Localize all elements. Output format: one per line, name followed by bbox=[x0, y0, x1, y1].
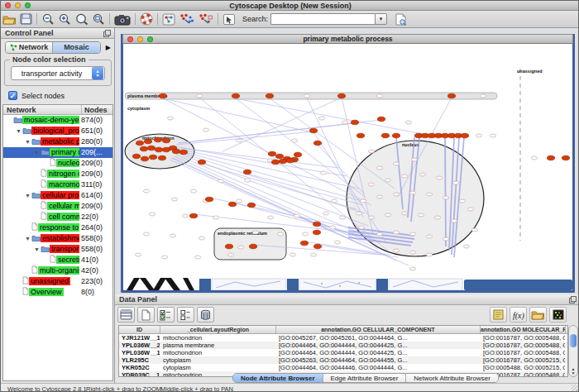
gene-node[interactable] bbox=[368, 216, 374, 219]
highlighted-gene-node[interactable] bbox=[279, 159, 286, 164]
table-scrollbar[interactable]: ▲▼ bbox=[568, 325, 578, 377]
gene-node[interactable] bbox=[409, 267, 415, 270]
expand-arrow-icon[interactable]: ▼ bbox=[24, 136, 31, 147]
highlighted-gene-node[interactable] bbox=[155, 147, 162, 152]
gene-node[interactable] bbox=[393, 193, 399, 196]
gene-node[interactable] bbox=[368, 183, 374, 186]
gene-node[interactable] bbox=[463, 245, 469, 248]
gene-node[interactable] bbox=[411, 158, 417, 161]
gene-node[interactable] bbox=[236, 199, 242, 203]
float-panel-icon[interactable] bbox=[103, 30, 111, 37]
highlighted-gene-node[interactable] bbox=[562, 155, 569, 160]
network-tree-item[interactable]: multi-organism pro42(0) bbox=[3, 265, 112, 276]
column-header[interactable]: _cellularLayoutRegion bbox=[160, 326, 276, 333]
gene-node[interactable] bbox=[218, 179, 223, 183]
network-window-titlebar[interactable]: primary metabolic process bbox=[122, 34, 573, 44]
gene-node[interactable] bbox=[190, 189, 196, 193]
more-tabs-arrow-icon[interactable]: ▶ bbox=[106, 44, 111, 51]
network-tree-item[interactable]: ▼transport558(0) bbox=[3, 244, 112, 255]
gene-node[interactable] bbox=[443, 196, 448, 199]
gene-node[interactable] bbox=[294, 214, 299, 218]
gene-node[interactable] bbox=[267, 216, 273, 219]
function-builder-icon[interactable]: f(x) bbox=[510, 307, 527, 323]
zoom-selected-icon[interactable] bbox=[74, 12, 89, 26]
highlighted-gene-node[interactable] bbox=[205, 197, 213, 202]
attribute-table-row[interactable]: YPL036W__2plasma membrane[GO:0044464, GO… bbox=[119, 342, 567, 349]
gene-node[interactable] bbox=[360, 199, 366, 203]
highlighted-gene-node[interactable] bbox=[356, 133, 364, 138]
tab-node-attribute-browser[interactable]: Node Attribute Browser bbox=[233, 374, 323, 382]
gene-node[interactable] bbox=[237, 246, 243, 249]
highlighted-gene-node[interactable] bbox=[189, 213, 197, 218]
gene-node[interactable] bbox=[143, 232, 149, 236]
scrollbar-arrows-icon[interactable]: ▲▼ bbox=[569, 367, 577, 375]
gene-node[interactable] bbox=[227, 253, 233, 256]
node-color-combo[interactable]: transporter activity ▲▼ bbox=[11, 66, 105, 80]
gene-node[interactable] bbox=[401, 174, 407, 178]
attribute-table-row[interactable]: YKR052Ccytoplasm[GO:0044464, GO:0044446,… bbox=[119, 364, 567, 371]
snapshot-icon[interactable] bbox=[113, 12, 132, 26]
vizmapper-icon[interactable] bbox=[161, 12, 176, 26]
gene-node[interactable] bbox=[244, 179, 250, 182]
gene-node[interactable] bbox=[252, 231, 258, 234]
new-attribute-icon[interactable] bbox=[137, 307, 155, 323]
gene-node[interactable] bbox=[418, 213, 423, 217]
highlighted-gene-node[interactable] bbox=[158, 155, 165, 160]
highlighted-gene-node[interactable] bbox=[228, 202, 236, 207]
gene-node[interactable] bbox=[376, 166, 382, 170]
highlighted-gene-node[interactable] bbox=[162, 138, 170, 143]
attribute-notes-icon[interactable] bbox=[490, 307, 507, 323]
zoom-in-icon[interactable] bbox=[57, 12, 72, 26]
gene-node[interactable] bbox=[471, 228, 477, 232]
network-tree-item[interactable]: macromolecule311(0) bbox=[3, 179, 112, 190]
gene-node[interactable] bbox=[490, 134, 495, 137]
gene-node[interactable] bbox=[170, 234, 175, 237]
gene-node[interactable] bbox=[236, 139, 242, 142]
gene-node[interactable] bbox=[376, 94, 382, 98]
gene-node[interactable] bbox=[277, 232, 283, 236]
gene-node[interactable] bbox=[213, 216, 218, 219]
network-tree-item[interactable]: nitrogen compo209(0) bbox=[3, 169, 112, 179]
gene-node[interactable] bbox=[329, 226, 335, 229]
highlighted-gene-node[interactable] bbox=[271, 160, 279, 165]
expand-arrow-icon[interactable]: ▼ bbox=[24, 190, 31, 201]
annotation-icon[interactable] bbox=[222, 12, 237, 26]
gene-node[interactable] bbox=[203, 128, 208, 131]
zoom-fit-icon[interactable] bbox=[91, 12, 106, 26]
highlighted-gene-node[interactable] bbox=[337, 93, 345, 98]
highlighted-gene-node[interactable] bbox=[144, 139, 151, 144]
gene-node[interactable] bbox=[342, 121, 347, 124]
expand-arrow-icon[interactable]: ▼ bbox=[33, 147, 41, 158]
gene-node[interactable] bbox=[409, 191, 415, 194]
highlighted-gene-node[interactable] bbox=[247, 203, 255, 208]
highlighted-gene-node[interactable] bbox=[225, 244, 232, 249]
gene-node[interactable] bbox=[426, 235, 432, 238]
highlighted-gene-node[interactable] bbox=[179, 150, 187, 155]
search-dropdown-button[interactable]: ▼ bbox=[375, 13, 387, 25]
gene-node[interactable] bbox=[409, 232, 415, 236]
highlighted-gene-node[interactable] bbox=[249, 244, 256, 249]
search-options-icon[interactable] bbox=[394, 12, 408, 26]
highlighted-gene-node[interactable] bbox=[154, 137, 161, 142]
gene-node[interactable] bbox=[393, 231, 399, 234]
gene-node[interactable] bbox=[452, 181, 458, 184]
highlighted-gene-node[interactable] bbox=[300, 241, 308, 246]
column-header[interactable]: annotation.GO MOLECULAR_FUNCTION bbox=[481, 326, 566, 333]
gene-node[interactable] bbox=[385, 213, 390, 217]
highlighted-gene-node[interactable] bbox=[266, 93, 273, 98]
highlighted-gene-node[interactable] bbox=[286, 158, 294, 163]
highlighted-gene-node[interactable] bbox=[461, 133, 468, 138]
zoom-out-icon[interactable] bbox=[41, 12, 55, 26]
gene-node[interactable] bbox=[393, 162, 399, 165]
network-tree-item[interactable]: cell communicat22(0) bbox=[3, 212, 112, 222]
network-tree-item[interactable]: unassigned223(0) bbox=[3, 276, 112, 287]
gene-node[interactable] bbox=[480, 94, 486, 98]
network-tree-item[interactable]: ▼establishment of lo558(0) bbox=[3, 233, 112, 244]
highlighted-gene-node[interactable] bbox=[294, 152, 301, 157]
tab-mosaic[interactable]: Mosaic bbox=[53, 42, 100, 53]
column-header[interactable]: ID bbox=[119, 326, 160, 333]
attribute-table-row[interactable]: YPL036W__1mitochondrion[GO:0044464, GO:0… bbox=[119, 349, 567, 356]
open-session-icon[interactable] bbox=[2, 12, 17, 26]
tab-edge-attribute-browser[interactable]: Edge Attribute Browser bbox=[323, 374, 407, 382]
network-tree-item[interactable]: nucleobase-209(0) bbox=[3, 158, 112, 169]
